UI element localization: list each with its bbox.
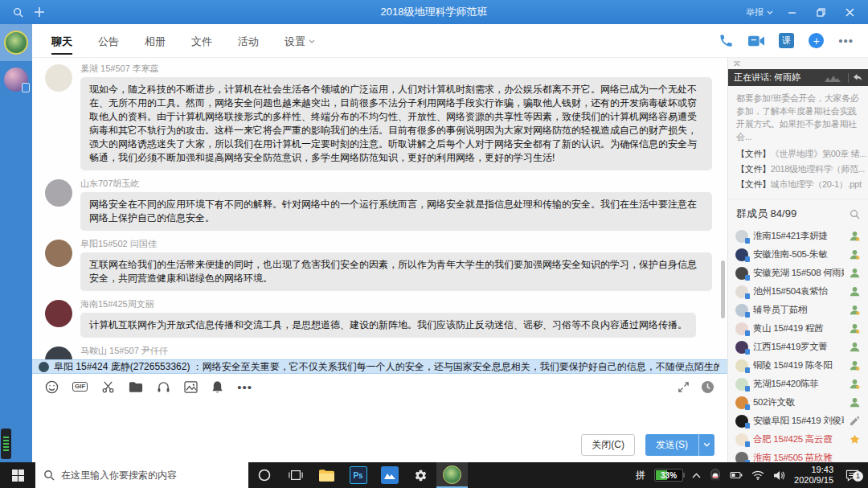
tab-bar: 聊天 公告 相册 文件 活动 设置 课 bbox=[32, 24, 868, 58]
member-list: 淮南15#421李妍捷 安徽淮南-505-朱敏 安徽芜湖 15#508 何雨婷 bbox=[728, 227, 868, 462]
composer: GIF bbox=[32, 374, 727, 462]
message-history-icon[interactable] bbox=[701, 380, 714, 394]
voice-call-button[interactable] bbox=[719, 33, 734, 48]
battery-tray-icon[interactable] bbox=[730, 471, 743, 479]
reply-voice-icon[interactable] bbox=[853, 73, 862, 82]
collapse-panel-icon[interactable] bbox=[733, 61, 741, 67]
tab-settings[interactable]: 设置 bbox=[283, 26, 317, 56]
settings-button[interactable] bbox=[405, 462, 436, 488]
close-chat-button[interactable]: 关闭(C) bbox=[581, 434, 635, 456]
chat-scrollbar[interactable] bbox=[721, 260, 725, 318]
member-row[interactable]: 安徽淮南-505-朱敏 bbox=[728, 245, 868, 264]
member-icon bbox=[849, 341, 861, 353]
file-entry[interactable]: 【文件】2018级地理科学（师范... bbox=[728, 162, 868, 177]
member-row[interactable]: 池州15#504袁紫怡 bbox=[728, 282, 868, 301]
class-tool-button[interactable]: 课 bbox=[779, 33, 794, 48]
member-row[interactable]: 淮南 15#505 苗欣雅 bbox=[728, 449, 868, 462]
bell-icon[interactable] bbox=[211, 380, 223, 394]
member-row[interactable]: 辅导员丁茹栩 bbox=[728, 301, 868, 319]
cortana-button[interactable] bbox=[248, 462, 280, 488]
edit-card-icon[interactable] bbox=[849, 415, 861, 427]
member-row[interactable]: 安徽芜湖 15#508 何雨婷 bbox=[728, 264, 868, 282]
member-row[interactable]: 502许文敬 bbox=[728, 393, 868, 412]
photoshop-button[interactable]: Ps bbox=[342, 462, 374, 488]
add-app-button[interactable]: + bbox=[809, 33, 824, 48]
member-row[interactable]: 安徽阜阳 15#419 刘俊琪 bbox=[728, 412, 868, 430]
member-star-icon bbox=[849, 304, 861, 316]
report-button[interactable]: 举报 bbox=[746, 6, 773, 18]
member-avatar bbox=[735, 433, 748, 446]
restore-button[interactable] bbox=[810, 3, 831, 21]
group-announcement[interactable]: 都要参加!班委会开会，大家务必参加，了解本年度暑期社会实践开展方式。如果拒不参加… bbox=[728, 86, 868, 146]
avatar[interactable] bbox=[45, 179, 72, 207]
search-input[interactable] bbox=[61, 470, 230, 481]
avatar[interactable] bbox=[45, 240, 72, 267]
start-button[interactable] bbox=[0, 462, 35, 488]
audio-icon[interactable] bbox=[157, 380, 170, 393]
volume-icon[interactable] bbox=[773, 470, 785, 481]
send-options-icon[interactable] bbox=[698, 434, 714, 456]
member-row[interactable]: 淮南15#421李妍捷 bbox=[728, 227, 868, 245]
taskbar-clock[interactable]: 19:43 2020/9/15 bbox=[794, 465, 833, 486]
member-row[interactable]: 芜湖15#420陈菲 bbox=[728, 375, 868, 393]
avatar[interactable] bbox=[45, 300, 72, 327]
member-avatar bbox=[735, 378, 748, 391]
tab-activity[interactable]: 活动 bbox=[236, 26, 260, 56]
notification-count-badge: 1 bbox=[853, 471, 863, 482]
add-session-icon[interactable] bbox=[35, 7, 44, 17]
wifi-icon[interactable] bbox=[751, 470, 764, 480]
image-icon[interactable] bbox=[184, 381, 198, 393]
tab-chat[interactable]: 聊天 bbox=[50, 26, 74, 56]
conversation-item-group[interactable] bbox=[0, 24, 32, 61]
group-avatar bbox=[4, 31, 28, 55]
member-avatar bbox=[735, 285, 748, 298]
message-bubble: 互联网在给我们的生活带来便捷的同时，也出现了危害我们安全的因素，所以作为青年大学… bbox=[80, 252, 712, 291]
task-view-button[interactable] bbox=[280, 462, 311, 488]
more-actions-button[interactable]: ••• bbox=[838, 34, 854, 47]
sender-name: 巢湖 15#507 李寒蕊 bbox=[80, 63, 713, 75]
taskbar-search[interactable] bbox=[35, 462, 248, 488]
member-row[interactable]: 铜陵 15#419 陈冬阳 bbox=[728, 356, 868, 375]
member-icon bbox=[849, 396, 861, 408]
tab-files[interactable]: 文件 bbox=[190, 26, 214, 56]
tab-album[interactable]: 相册 bbox=[143, 26, 167, 56]
video-call-button[interactable] bbox=[748, 35, 764, 47]
emoji-icon[interactable] bbox=[45, 380, 59, 394]
selected-message-row[interactable]: 阜阳 15#424 庞静(2726553362) ：网络安全至关重要，它不仅关系… bbox=[32, 359, 727, 374]
tab-announcement[interactable]: 公告 bbox=[96, 26, 121, 56]
file-icon[interactable] bbox=[129, 381, 143, 393]
member-avatar bbox=[735, 304, 748, 317]
screenshot-icon[interactable] bbox=[101, 380, 115, 394]
more-tools-icon[interactable]: ••• bbox=[237, 380, 252, 394]
qq-tray-icon[interactable] bbox=[710, 469, 721, 482]
member-row[interactable]: 江西15#419罗文菁 bbox=[728, 338, 868, 356]
member-avatar bbox=[735, 267, 748, 280]
blue-app-button[interactable] bbox=[374, 462, 405, 488]
member-row[interactable]: 合肥 15#425 高云霞 bbox=[728, 430, 868, 449]
avatar[interactable] bbox=[45, 347, 72, 359]
blue-app-icon bbox=[381, 466, 399, 484]
ime-indicator[interactable]: 拼 bbox=[636, 469, 645, 482]
date: 2020/9/15 bbox=[794, 475, 833, 486]
sender-name: 海南15#425周文丽 bbox=[80, 298, 713, 310]
contact-avatar bbox=[4, 68, 28, 92]
gif-icon[interactable]: GIF bbox=[72, 382, 88, 392]
avatar[interactable] bbox=[45, 64, 72, 92]
minimize-button[interactable] bbox=[781, 3, 802, 21]
send-button[interactable]: 发送(S) bbox=[645, 434, 714, 456]
qq-app-button[interactable] bbox=[436, 462, 468, 488]
file-entry[interactable]: 【文件】《世界地理》第00章 绪... bbox=[728, 146, 868, 162]
member-avatar bbox=[735, 341, 748, 354]
battery-percent-widget[interactable]: 33% bbox=[654, 469, 683, 482]
expand-input-icon[interactable] bbox=[678, 381, 690, 393]
tray-expand-icon[interactable] bbox=[692, 473, 701, 478]
search-icon[interactable] bbox=[13, 7, 23, 18]
conversation-item-contact[interactable] bbox=[0, 61, 32, 98]
close-button[interactable] bbox=[839, 3, 860, 21]
file-explorer-button[interactable] bbox=[311, 462, 342, 488]
message-input[interactable] bbox=[32, 400, 727, 427]
member-row[interactable]: 黄山 15#419 程茜 bbox=[728, 319, 868, 338]
member-search-icon[interactable] bbox=[850, 209, 860, 219]
file-entry[interactable]: 【文件】城市地理学（20-1）.ppt bbox=[728, 177, 868, 192]
action-center-button[interactable]: 1 bbox=[842, 470, 862, 482]
